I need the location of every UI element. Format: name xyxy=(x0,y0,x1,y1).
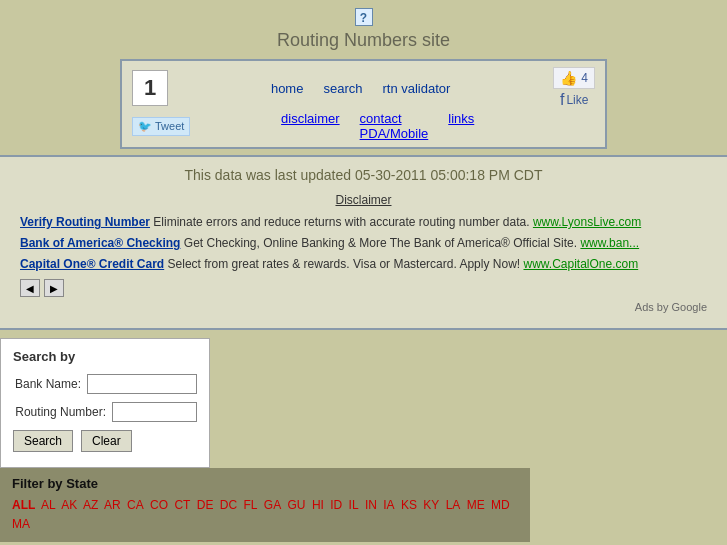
ad-link-3[interactable]: Capital One® Credit Card xyxy=(20,257,164,271)
nav-link-disclaimer[interactable]: disclaimer xyxy=(281,111,340,141)
state-link-hi[interactable]: HI xyxy=(312,498,324,512)
search-panel: Search by Bank Name: Routing Number: Sea… xyxy=(0,338,210,468)
content-section: This data was last updated 05-30-2011 05… xyxy=(0,155,727,330)
state-link-ga[interactable]: GA xyxy=(264,498,281,512)
twitter-icon: 🐦 xyxy=(138,120,152,133)
nav-link-home[interactable]: home xyxy=(271,81,304,96)
last-updated-text: This data was last updated 05-30-2011 05… xyxy=(20,167,707,183)
state-link-in[interactable]: IN xyxy=(365,498,377,512)
bank-name-input[interactable] xyxy=(87,374,197,394)
nav-box: 1 home search rtn validator 👍 4 f Like 🐦… xyxy=(120,59,607,149)
routing-number-label: Routing Number: xyxy=(13,405,106,419)
routing-number-input[interactable] xyxy=(112,402,197,422)
ad-desc-3: Select from great rates & rewards. Visa … xyxy=(168,257,521,271)
right-content xyxy=(210,330,727,468)
bank-name-label: Bank Name: xyxy=(13,377,81,391)
ad-link-1[interactable]: Verify Routing Number xyxy=(20,215,150,229)
tweet-label: Tweet xyxy=(155,120,184,132)
filter-section: Filter by State ALL AL AK AZ AR CA CO CT… xyxy=(0,468,530,542)
nav-link-search[interactable]: search xyxy=(323,81,362,96)
bank-name-row: Bank Name: xyxy=(13,374,197,394)
state-links-list: AL AK AZ AR CA CO CT DE DC FL GA GU HI I… xyxy=(12,498,513,531)
ads-by-google: Ads by Google xyxy=(20,301,707,313)
state-link-al[interactable]: AL xyxy=(41,498,56,512)
state-link-ak[interactable]: AK xyxy=(61,498,77,512)
ad-line-3: Capital One® Credit Card Select from gre… xyxy=(20,255,707,273)
ad-next-button[interactable]: ▶ xyxy=(44,279,64,297)
nav-contact-pda: contact PDA/Mobile xyxy=(360,111,429,141)
fb-count: 4 xyxy=(581,71,588,85)
ad-line-2: Bank of America® Checking Get Checking, … xyxy=(20,234,707,252)
state-link-de[interactable]: DE xyxy=(197,498,214,512)
header-section: ? Routing Numbers site xyxy=(0,0,727,55)
ad-link-2[interactable]: Bank of America® Checking xyxy=(20,236,180,250)
question-icon[interactable]: ? xyxy=(355,8,373,26)
fb-thumb-icon: 👍 xyxy=(560,70,577,86)
nav-number: 1 xyxy=(132,70,168,106)
nav-row-top: 1 home search rtn validator 👍 4 f Like xyxy=(132,67,595,109)
state-link-co[interactable]: CO xyxy=(150,498,168,512)
state-link-il[interactable]: IL xyxy=(349,498,359,512)
lower-section: Search by Bank Name: Routing Number: Sea… xyxy=(0,330,727,468)
ad-desc-1: Eliminate errors and reduce returns with… xyxy=(153,215,529,229)
search-panel-title: Search by xyxy=(13,349,197,364)
search-button[interactable]: Search xyxy=(13,430,73,452)
fb-like-label: Like xyxy=(566,93,588,107)
fb-like-button[interactable]: 👍 4 xyxy=(553,67,595,89)
state-link-ky[interactable]: KY xyxy=(423,498,439,512)
routing-number-row: Routing Number: xyxy=(13,402,197,422)
nav-link-contact[interactable]: contact xyxy=(360,111,402,126)
ad-url-2[interactable]: www.ban... xyxy=(580,236,639,250)
state-link-id[interactable]: ID xyxy=(330,498,342,512)
state-link-md[interactable]: MD xyxy=(491,498,510,512)
nav-links-top: home search rtn validator xyxy=(168,81,553,96)
ad-url-1[interactable]: www.LyonsLive.com xyxy=(533,215,641,229)
ad-desc-2: Get Checking, Online Banking & More The … xyxy=(184,236,577,250)
state-link-az[interactable]: AZ xyxy=(83,498,98,512)
nav-links-bottom: disclaimer contact PDA/Mobile links xyxy=(190,111,525,141)
nav-link-links[interactable]: links xyxy=(448,111,474,141)
state-link-ct[interactable]: CT xyxy=(174,498,190,512)
state-link-la[interactable]: LA xyxy=(446,498,461,512)
filter-title: Filter by State xyxy=(12,476,518,491)
search-buttons: Search Clear xyxy=(13,430,197,452)
state-link-ar[interactable]: AR xyxy=(104,498,121,512)
clear-button[interactable]: Clear xyxy=(81,430,132,452)
ad-navigation: ◀ ▶ xyxy=(20,279,707,297)
tweet-button[interactable]: 🐦 Tweet xyxy=(132,117,190,136)
nav-row-bottom: 🐦 Tweet disclaimer contact PDA/Mobile li… xyxy=(132,111,595,141)
state-link-ca[interactable]: CA xyxy=(127,498,144,512)
state-link-ia[interactable]: IA xyxy=(383,498,394,512)
state-link-dc[interactable]: DC xyxy=(220,498,237,512)
state-link-gu[interactable]: GU xyxy=(288,498,306,512)
ad-prev-button[interactable]: ◀ xyxy=(20,279,40,297)
state-link-ma[interactable]: MA xyxy=(12,517,30,531)
site-title: Routing Numbers site xyxy=(0,30,727,51)
nav-link-pda[interactable]: PDA/Mobile xyxy=(360,126,429,141)
state-links: ALL AL AK AZ AR CA CO CT DE DC FL GA GU … xyxy=(12,496,518,534)
fb-icon: f xyxy=(560,91,564,109)
state-link-ks[interactable]: KS xyxy=(401,498,417,512)
state-link-fl[interactable]: FL xyxy=(243,498,257,512)
disclaimer-title: Disclaimer xyxy=(20,193,707,207)
nav-link-rtn-validator[interactable]: rtn validator xyxy=(382,81,450,96)
state-link-me[interactable]: ME xyxy=(467,498,485,512)
ad-line-1: Verify Routing Number Eliminate errors a… xyxy=(20,213,707,231)
ad-url-3[interactable]: www.CapitalOne.com xyxy=(523,257,638,271)
state-link-all[interactable]: ALL xyxy=(12,498,35,512)
social-right: 👍 4 f Like xyxy=(553,67,595,109)
